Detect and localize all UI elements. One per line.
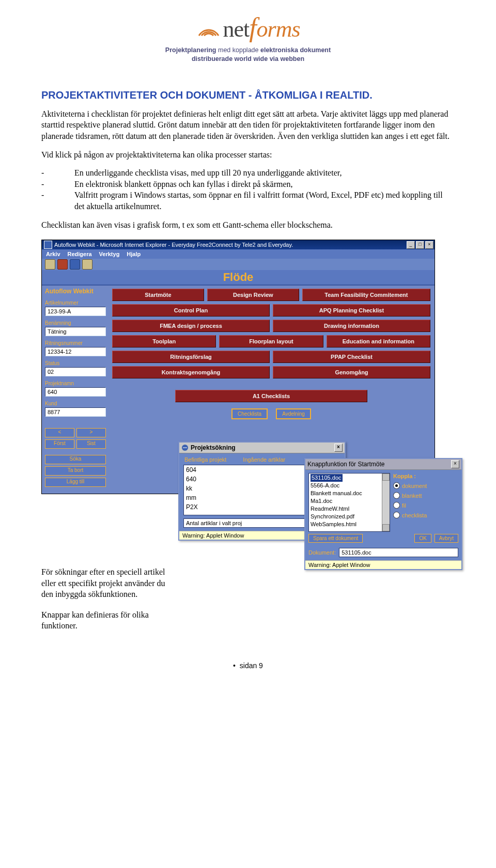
list-item[interactable]: Ma1.doc [311, 497, 388, 505]
bullet-3: Valfritt program i Windows startas, som … [74, 190, 455, 212]
flow-apq[interactable]: APQ Planning Checklist [273, 304, 430, 317]
nav-first-button[interactable]: Först [45, 439, 74, 449]
tab-ingaende[interactable]: Ingående artiklar [243, 456, 285, 463]
menu-redigera[interactable]: Redigera [68, 251, 92, 257]
paragraph-2: Vid klick på någon av projektaktiviteter… [41, 149, 455, 161]
flow-education[interactable]: Education and information [327, 335, 430, 348]
action-laggtill[interactable]: Lägg till [45, 478, 106, 487]
menu-hjalp[interactable]: Hjalp [127, 251, 141, 257]
bottom-checklista-button[interactable]: Checklista [231, 408, 268, 419]
field-kund[interactable]: 8877 [45, 407, 106, 417]
app-window: Autoflow Webkit - Microsoft Internet Exp… [41, 240, 435, 494]
flow-design-review[interactable]: Design Review [207, 289, 299, 301]
menu-arkiv[interactable]: Arkiv [46, 251, 60, 257]
nav-next-button[interactable]: > [76, 428, 106, 437]
flow-control-plan[interactable]: Control Plan [112, 304, 270, 317]
logo-text-forms: orms [257, 16, 300, 42]
toolbar-icon-4[interactable] [82, 259, 92, 270]
radio-checklista[interactable] [393, 512, 400, 518]
bullet-2: En elektronisk blankett öppnas och kan f… [74, 179, 455, 190]
flow-fmea[interactable]: FMEA design / process [112, 320, 270, 332]
field-label-kund: Kund [45, 401, 106, 406]
koppla-label: Koppla : [393, 473, 458, 479]
avbryt-button[interactable]: Avbryt [435, 534, 458, 543]
field-benamning[interactable]: Tätning [45, 327, 106, 336]
toolbar-icon-1[interactable] [45, 259, 55, 270]
tagline: Projektplanering med kopplade elektronis… [41, 46, 455, 64]
ok-button[interactable]: OK [414, 534, 431, 543]
list-item[interactable]: Synchronized.pdf [311, 513, 388, 520]
radio-blankett[interactable] [393, 492, 400, 499]
flow-a1-checklists[interactable]: A1 Checklists [175, 390, 367, 402]
flow-genomgang[interactable]: Genomgång [273, 366, 430, 378]
doc-label: Dokument: [308, 549, 336, 556]
list-item[interactable]: ReadmeW.html [311, 505, 388, 513]
file-list[interactable]: 531105.doc 5566-A.doc Blankett manual.do… [308, 473, 390, 532]
app-icon [44, 241, 52, 249]
dialog-knapp-title: Knappfunktion för Startmöte [307, 461, 384, 468]
close-button[interactable]: × [425, 241, 433, 249]
logo-arcs-icon [196, 15, 222, 41]
page-heading: PROJEKTAKTIVITETER OCH DOKUMENT - ÅTKOML… [41, 89, 455, 101]
page-footer: • sidan 9 [41, 661, 455, 670]
menu-verktyg[interactable]: Verktyg [99, 251, 120, 257]
field-label-artikelnummer: Artikelnummer [45, 300, 106, 306]
list-item[interactable]: Blankett manual.doc [311, 490, 388, 497]
flow-label: Flöde [223, 271, 254, 284]
field-label-benamning: Benämning [45, 320, 106, 326]
flow-kontraktsgenomgang[interactable]: Kontraktsgenomgång [112, 366, 270, 378]
nav-last-button[interactable]: Sist [76, 439, 106, 449]
sidebar-title: Autoflow Webkit [45, 288, 106, 295]
dialog-knappfunktion: Knappfunktion för Startmöte × 531105.doc… [304, 458, 462, 570]
paragraph-1: Aktiviteterna i checklistan för projekte… [41, 108, 455, 142]
flow-startmote[interactable]: Startmöte [112, 289, 204, 301]
dialog-knapp-close[interactable]: × [451, 460, 459, 468]
logo: netforms [41, 12, 455, 43]
flow-floorplan[interactable]: Floorplan layout [219, 335, 323, 348]
flow-toolplan[interactable]: Toolplan [112, 335, 216, 348]
bottom-avdelning-button[interactable]: Avdelning [276, 408, 311, 419]
bullet-1: En underliggande checklista visas, med u… [74, 167, 455, 179]
bullet-list: -En underliggande checklista visas, med … [41, 167, 455, 212]
radio-fil[interactable] [393, 502, 400, 509]
field-label-projektnamn: Projektnamn [45, 381, 106, 386]
flow-ppap[interactable]: PPAP Checklist [273, 351, 430, 363]
radio-dokument[interactable] [393, 482, 400, 489]
action-tabort[interactable]: Ta bort [45, 466, 106, 476]
toolbar-icon-3[interactable] [70, 259, 80, 270]
field-artikelnummer[interactable]: 123-99-A [45, 307, 106, 316]
maximize-button[interactable]: □ [416, 241, 424, 249]
list-item[interactable]: 531105.doc [311, 474, 343, 482]
lower-paragraph-2: Knappar kan definieras för olika funktio… [41, 609, 176, 632]
scrollbar[interactable] [382, 474, 390, 531]
nav-prev-button[interactable]: < [45, 428, 74, 437]
toolbar [42, 259, 435, 270]
action-soka[interactable]: Söka [45, 455, 106, 464]
flow-header: Flöde [42, 270, 435, 286]
lower-paragraph-1: För sökningar efter en speciell artikel … [41, 566, 176, 600]
flow-team-feasibility[interactable]: Team Feasibility Commitement [302, 289, 430, 301]
minimize-button[interactable]: _ [407, 241, 415, 249]
field-label-status: Status [45, 360, 106, 366]
dialog-search-close[interactable]: × [334, 444, 343, 452]
applet-warning-2: Warning: Applet Window [305, 560, 461, 569]
logo-text-net: net [223, 16, 249, 42]
window-title: Autoflow Webkit - Microsoft Internet Exp… [54, 242, 407, 248]
toolbar-icon-2[interactable] [57, 259, 68, 270]
list-item[interactable]: WebSamples.html [311, 520, 388, 528]
field-status[interactable]: 02 [45, 367, 106, 376]
field-label-ritningsnummer: Ritningsnummer [45, 340, 106, 346]
sidebar: Autoflow Webkit Artikelnummer 123-99-A B… [42, 286, 109, 494]
field-projektnamn[interactable]: 640 [45, 387, 106, 397]
dialog-search-title: Projektsökning [191, 444, 236, 451]
paragraph-3: Checklistan kan även visas i grafisk for… [41, 219, 455, 231]
flow-ritningsforslag[interactable]: Ritningsförslag [112, 351, 270, 363]
doc-field[interactable]: 531105.doc [339, 548, 458, 557]
flow-drawing-info[interactable]: Drawing information [273, 320, 430, 332]
spara-button[interactable]: Spara ett dokument [308, 534, 363, 543]
field-ritningsnummer[interactable]: 12334-12 [45, 347, 106, 356]
list-item[interactable]: 5566-A.doc [311, 482, 388, 490]
window-titlebar: Autoflow Webkit - Microsoft Internet Exp… [42, 240, 435, 249]
menubar: Arkiv Redigera Verktyg Hjalp [42, 249, 435, 259]
tab-befintliga[interactable]: Befintliga projekt [184, 456, 226, 463]
